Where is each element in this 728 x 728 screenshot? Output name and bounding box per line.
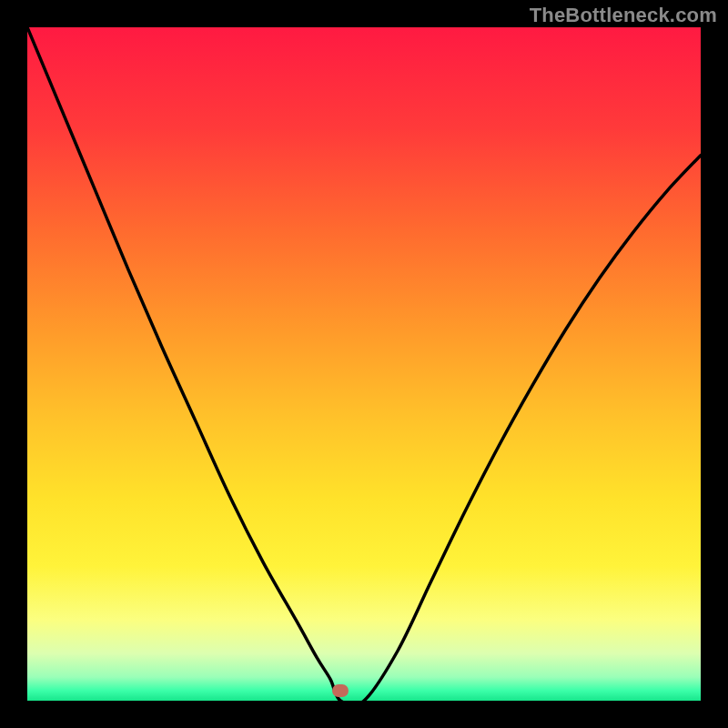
optimum-marker (332, 684, 349, 697)
plot-area (27, 27, 701, 701)
bottleneck-curve (27, 27, 701, 701)
watermark-text: TheBottleneck.com (530, 4, 717, 27)
chart-frame: TheBottleneck.com (0, 0, 728, 728)
